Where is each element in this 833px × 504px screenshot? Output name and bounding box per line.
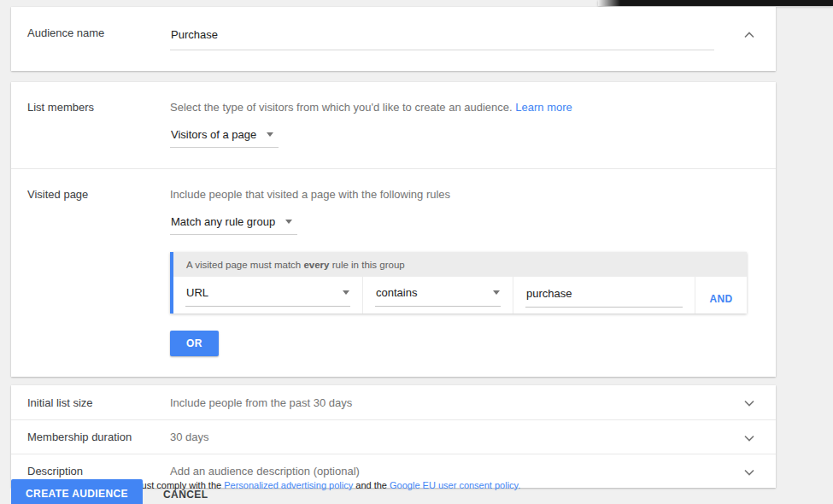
rule-group-header-suffix: rule in this group	[330, 260, 405, 270]
audience-rules-card: List members Select the type of visitors…	[11, 82, 776, 377]
rule-field-cell: URL	[173, 277, 363, 314]
dropdown-arrow-icon	[267, 132, 273, 137]
description-chevron-col	[723, 464, 776, 479]
initial-list-size-chevron-col	[723, 395, 776, 410]
visited-page-helper: Include people that visited a page with …	[170, 188, 776, 201]
learn-more-link[interactable]: Learn more	[515, 101, 572, 114]
rule-field-value: URL	[186, 286, 208, 299]
eu-consent-policy-link[interactable]: Google EU user consent policy.	[390, 480, 520, 490]
rule-group-header-prefix: A visited page must match	[186, 260, 303, 270]
chevron-down-icon	[744, 430, 754, 445]
disclaimer-mid: and the	[353, 480, 390, 490]
match-rule-group-dropdown[interactable]: Match any rule group	[170, 215, 297, 235]
visited-page-content: Include people that visited a page with …	[170, 188, 776, 356]
membership-duration-row[interactable]: Membership duration 30 days	[11, 419, 776, 454]
chevron-down-icon	[744, 464, 754, 479]
chevron-up-icon	[744, 28, 754, 41]
initial-list-size-label: Initial list size	[11, 396, 170, 409]
list-members-type-value: Visitors of a page	[171, 128, 256, 141]
list-members-content: Select the type of visitors from which y…	[170, 101, 776, 148]
audience-name-chevron-col	[723, 26, 776, 71]
membership-duration-label: Membership duration	[11, 431, 170, 443]
list-members-helper-text: Select the type of visitors from which y…	[170, 101, 513, 114]
audience-name-label: Audience name	[11, 26, 170, 71]
settings-accordion-card: Initial list size Include people from th…	[11, 385, 776, 488]
description-label: Description	[11, 465, 170, 478]
visited-page-section: Visited page Include people that visited…	[11, 168, 776, 377]
audience-name-card: Audience name	[11, 7, 776, 71]
create-audience-form: Audience name List members Select the ty…	[11, 7, 776, 488]
rule-field-dropdown[interactable]: URL	[185, 284, 350, 307]
rule-operator-cell: contains	[363, 277, 513, 314]
rule-and-cell: AND	[695, 277, 747, 314]
list-members-label: List members	[11, 101, 170, 148]
rule-group-header: A visited page must match every rule in …	[173, 252, 747, 277]
rule-operator-dropdown[interactable]: contains	[375, 284, 501, 307]
create-audience-button[interactable]: CREATE AUDIENCE	[11, 479, 143, 504]
rule-operator-value: contains	[376, 286, 417, 299]
visited-page-label: Visited page	[11, 188, 170, 356]
dropdown-arrow-icon	[343, 290, 349, 295]
audience-name-input[interactable]	[170, 28, 714, 50]
rule-value-cell	[513, 277, 695, 314]
description-value: Add an audience description (optional)	[170, 465, 723, 478]
chevron-down-icon	[744, 395, 754, 410]
form-actions: CREATE AUDIENCE CANCEL	[11, 479, 216, 504]
dropdown-arrow-icon	[493, 290, 500, 295]
dropdown-arrow-icon	[285, 220, 292, 224]
match-rule-group-value: Match any rule group	[171, 215, 275, 228]
or-button[interactable]: OR	[170, 331, 219, 356]
rule-value-input[interactable]	[525, 284, 683, 308]
overlapping-window-edge	[598, 0, 833, 6]
membership-duration-chevron-col	[723, 430, 776, 445]
list-members-section: List members Select the type of visitors…	[11, 82, 776, 168]
initial-list-size-row[interactable]: Initial list size Include people from th…	[11, 385, 776, 419]
audience-name-field-wrap	[170, 26, 723, 71]
rule-group: A visited page must match every rule in …	[170, 252, 747, 314]
rule-group-header-bold: every	[303, 260, 329, 270]
collapse-section-button[interactable]	[742, 26, 756, 38]
list-members-type-dropdown[interactable]: Visitors of a page	[170, 128, 279, 148]
rule-row: URL contains	[173, 277, 747, 314]
cancel-button[interactable]: CANCEL	[155, 480, 216, 504]
list-members-helper: Select the type of visitors from which y…	[170, 101, 776, 114]
and-button[interactable]: AND	[710, 293, 733, 305]
personalized-advertising-policy-link[interactable]: Personalized advertising policy	[224, 480, 353, 490]
membership-duration-value: 30 days	[170, 431, 723, 443]
initial-list-size-value: Include people from the past 30 days	[170, 396, 723, 409]
